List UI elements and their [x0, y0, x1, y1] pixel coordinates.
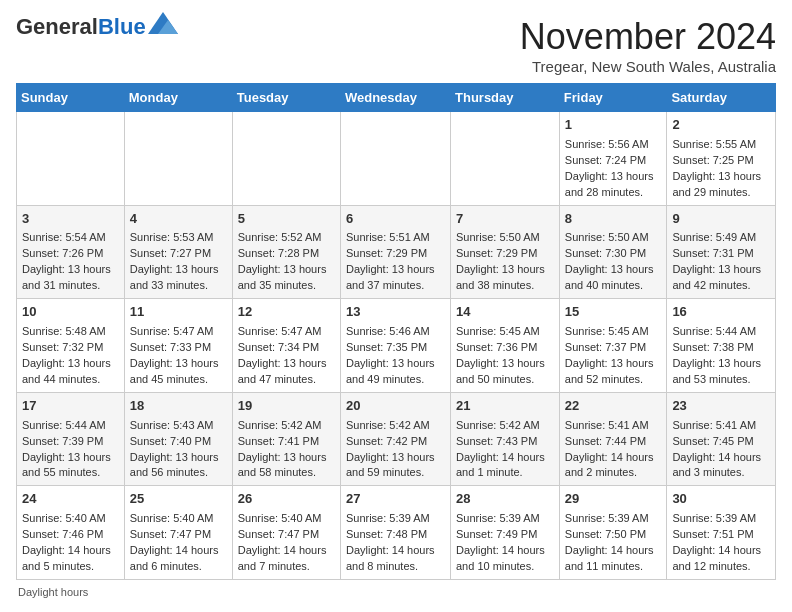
month-title: November 2024: [520, 16, 776, 58]
day-number: 5: [238, 210, 335, 229]
day-number: 21: [456, 397, 554, 416]
title-area: November 2024 Tregear, New South Wales, …: [520, 16, 776, 75]
day-number: 18: [130, 397, 227, 416]
calendar-week-row: 1Sunrise: 5:56 AMSunset: 7:24 PMDaylight…: [17, 112, 776, 206]
day-number: 3: [22, 210, 119, 229]
calendar-cell: 26Sunrise: 5:40 AMSunset: 7:47 PMDayligh…: [232, 486, 340, 580]
weekday-header-wednesday: Wednesday: [340, 84, 450, 112]
calendar-cell: [232, 112, 340, 206]
location-subtitle: Tregear, New South Wales, Australia: [520, 58, 776, 75]
day-number: 9: [672, 210, 770, 229]
calendar-cell: 1Sunrise: 5:56 AMSunset: 7:24 PMDaylight…: [559, 112, 667, 206]
calendar-week-row: 24Sunrise: 5:40 AMSunset: 7:46 PMDayligh…: [17, 486, 776, 580]
calendar-body: 1Sunrise: 5:56 AMSunset: 7:24 PMDaylight…: [17, 112, 776, 580]
day-number: 16: [672, 303, 770, 322]
logo-blue: Blue: [98, 14, 146, 39]
calendar-cell: [17, 112, 125, 206]
calendar-cell: 15Sunrise: 5:45 AMSunset: 7:37 PMDayligh…: [559, 299, 667, 393]
calendar-cell: 9Sunrise: 5:49 AMSunset: 7:31 PMDaylight…: [667, 205, 776, 299]
calendar-cell: 19Sunrise: 5:42 AMSunset: 7:41 PMDayligh…: [232, 392, 340, 486]
calendar-cell: 25Sunrise: 5:40 AMSunset: 7:47 PMDayligh…: [124, 486, 232, 580]
day-number: 17: [22, 397, 119, 416]
footer-note: Daylight hours: [16, 586, 776, 598]
calendar-cell: 29Sunrise: 5:39 AMSunset: 7:50 PMDayligh…: [559, 486, 667, 580]
calendar-cell: 22Sunrise: 5:41 AMSunset: 7:44 PMDayligh…: [559, 392, 667, 486]
weekday-header-row: SundayMondayTuesdayWednesdayThursdayFrid…: [17, 84, 776, 112]
day-number: 13: [346, 303, 445, 322]
day-number: 11: [130, 303, 227, 322]
calendar-cell: 12Sunrise: 5:47 AMSunset: 7:34 PMDayligh…: [232, 299, 340, 393]
calendar-cell: 17Sunrise: 5:44 AMSunset: 7:39 PMDayligh…: [17, 392, 125, 486]
calendar-cell: 5Sunrise: 5:52 AMSunset: 7:28 PMDaylight…: [232, 205, 340, 299]
weekday-header-thursday: Thursday: [451, 84, 560, 112]
calendar-cell: 30Sunrise: 5:39 AMSunset: 7:51 PMDayligh…: [667, 486, 776, 580]
calendar-cell: 23Sunrise: 5:41 AMSunset: 7:45 PMDayligh…: [667, 392, 776, 486]
weekday-header-sunday: Sunday: [17, 84, 125, 112]
day-number: 4: [130, 210, 227, 229]
calendar-week-row: 10Sunrise: 5:48 AMSunset: 7:32 PMDayligh…: [17, 299, 776, 393]
header: GeneralBlue November 2024 Tregear, New S…: [16, 16, 776, 75]
calendar-cell: 27Sunrise: 5:39 AMSunset: 7:48 PMDayligh…: [340, 486, 450, 580]
day-number: 27: [346, 490, 445, 509]
weekday-header-saturday: Saturday: [667, 84, 776, 112]
calendar-cell: 3Sunrise: 5:54 AMSunset: 7:26 PMDaylight…: [17, 205, 125, 299]
day-number: 15: [565, 303, 662, 322]
day-number: 28: [456, 490, 554, 509]
calendar-cell: [340, 112, 450, 206]
day-number: 26: [238, 490, 335, 509]
calendar-cell: 11Sunrise: 5:47 AMSunset: 7:33 PMDayligh…: [124, 299, 232, 393]
calendar-cell: 6Sunrise: 5:51 AMSunset: 7:29 PMDaylight…: [340, 205, 450, 299]
day-number: 23: [672, 397, 770, 416]
calendar-cell: [124, 112, 232, 206]
calendar-cell: 20Sunrise: 5:42 AMSunset: 7:42 PMDayligh…: [340, 392, 450, 486]
calendar-cell: 16Sunrise: 5:44 AMSunset: 7:38 PMDayligh…: [667, 299, 776, 393]
day-number: 30: [672, 490, 770, 509]
day-number: 7: [456, 210, 554, 229]
calendar-cell: 4Sunrise: 5:53 AMSunset: 7:27 PMDaylight…: [124, 205, 232, 299]
logo-general: General: [16, 14, 98, 39]
day-number: 10: [22, 303, 119, 322]
day-number: 14: [456, 303, 554, 322]
day-number: 8: [565, 210, 662, 229]
calendar-cell: 18Sunrise: 5:43 AMSunset: 7:40 PMDayligh…: [124, 392, 232, 486]
calendar-cell: 8Sunrise: 5:50 AMSunset: 7:30 PMDaylight…: [559, 205, 667, 299]
calendar-cell: 13Sunrise: 5:46 AMSunset: 7:35 PMDayligh…: [340, 299, 450, 393]
logo-icon: [148, 12, 178, 34]
day-number: 25: [130, 490, 227, 509]
calendar-week-row: 3Sunrise: 5:54 AMSunset: 7:26 PMDaylight…: [17, 205, 776, 299]
calendar-cell: 28Sunrise: 5:39 AMSunset: 7:49 PMDayligh…: [451, 486, 560, 580]
calendar-cell: 24Sunrise: 5:40 AMSunset: 7:46 PMDayligh…: [17, 486, 125, 580]
calendar-header: SundayMondayTuesdayWednesdayThursdayFrid…: [17, 84, 776, 112]
day-number: 24: [22, 490, 119, 509]
calendar-cell: 21Sunrise: 5:42 AMSunset: 7:43 PMDayligh…: [451, 392, 560, 486]
calendar-table: SundayMondayTuesdayWednesdayThursdayFrid…: [16, 83, 776, 580]
day-number: 19: [238, 397, 335, 416]
day-number: 22: [565, 397, 662, 416]
calendar-cell: 7Sunrise: 5:50 AMSunset: 7:29 PMDaylight…: [451, 205, 560, 299]
weekday-header-friday: Friday: [559, 84, 667, 112]
day-number: 1: [565, 116, 662, 135]
calendar-cell: 14Sunrise: 5:45 AMSunset: 7:36 PMDayligh…: [451, 299, 560, 393]
day-number: 20: [346, 397, 445, 416]
calendar-week-row: 17Sunrise: 5:44 AMSunset: 7:39 PMDayligh…: [17, 392, 776, 486]
page-container: GeneralBlue November 2024 Tregear, New S…: [16, 16, 776, 598]
weekday-header-monday: Monday: [124, 84, 232, 112]
day-number: 2: [672, 116, 770, 135]
calendar-cell: 2Sunrise: 5:55 AMSunset: 7:25 PMDaylight…: [667, 112, 776, 206]
daylight-label: Daylight hours: [18, 586, 88, 598]
calendar-cell: 10Sunrise: 5:48 AMSunset: 7:32 PMDayligh…: [17, 299, 125, 393]
day-number: 29: [565, 490, 662, 509]
weekday-header-tuesday: Tuesday: [232, 84, 340, 112]
calendar-cell: [451, 112, 560, 206]
day-number: 12: [238, 303, 335, 322]
day-number: 6: [346, 210, 445, 229]
logo: GeneralBlue: [16, 16, 178, 38]
